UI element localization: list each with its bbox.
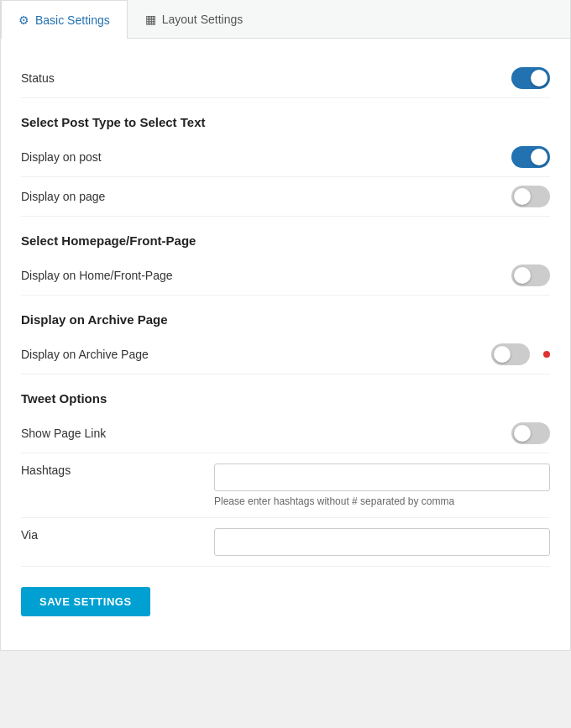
settings-panel: ⚙ Basic Settings ▦ Layout Settings Statu… [0, 0, 571, 651]
hashtags-input-group: Please enter hashtags without # separate… [214, 464, 550, 507]
tab-basic-settings[interactable]: ⚙ Basic Settings [1, 0, 128, 39]
show-page-link-label: Show Page Link [21, 427, 106, 440]
layout-icon: ▦ [145, 13, 156, 26]
status-toggle[interactable] [511, 67, 550, 89]
hashtags-label: Hashtags [21, 464, 71, 477]
show-page-link-toggle[interactable] [511, 422, 550, 444]
archive-section-title: Display on Archive Page [21, 312, 550, 327]
status-row: Status [21, 59, 550, 98]
post-type-section-title: Select Post Type to Select Text [21, 115, 550, 129]
via-input[interactable] [214, 528, 550, 556]
display-on-archive-label: Display on Archive Page [21, 348, 149, 361]
display-on-post-label: Display on post [21, 150, 102, 164]
display-on-archive-toggle[interactable] [491, 343, 530, 365]
display-on-archive-toggle-track[interactable] [491, 343, 530, 365]
display-on-page-label: Display on page [21, 190, 105, 203]
display-on-archive-row: Display on Archive Page [21, 335, 550, 374]
display-on-home-toggle[interactable] [511, 264, 550, 286]
via-input-group [214, 528, 550, 556]
tab-layout-settings-label: Layout Settings [162, 13, 244, 26]
tab-bar: ⚙ Basic Settings ▦ Layout Settings [1, 0, 570, 39]
settings-content: Status Select Post Type to Select Text D… [1, 39, 570, 650]
display-on-home-label: Display on Home/Front-Page [21, 269, 173, 282]
display-on-post-toggle-track[interactable] [511, 146, 550, 168]
save-settings-button[interactable]: SAVE SETTINGS [21, 587, 150, 616]
hashtags-row: Hashtags Please enter hashtags without #… [21, 453, 550, 518]
homepage-section-title: Select Homepage/Front-Page [21, 233, 550, 248]
gear-icon: ⚙ [18, 13, 29, 27]
tab-basic-settings-label: Basic Settings [35, 13, 110, 27]
tab-layout-settings[interactable]: ▦ Layout Settings [128, 0, 261, 38]
display-on-home-row: Display on Home/Front-Page [21, 256, 550, 296]
archive-toggle-group [491, 343, 550, 365]
display-on-post-row: Display on post [21, 138, 550, 177]
status-label: Status [21, 71, 55, 85]
display-on-page-toggle-track[interactable] [511, 186, 550, 207]
hashtags-hint: Please enter hashtags without # separate… [214, 495, 550, 507]
hashtags-input[interactable] [214, 464, 550, 491]
display-on-post-toggle[interactable] [511, 146, 550, 168]
display-on-page-row: Display on page [21, 177, 550, 217]
display-on-page-toggle[interactable] [511, 186, 550, 207]
display-on-home-toggle-track[interactable] [511, 264, 550, 286]
archive-red-dot [543, 351, 550, 358]
via-label: Via [21, 528, 38, 542]
show-page-link-row: Show Page Link [21, 414, 550, 453]
show-page-link-toggle-track[interactable] [511, 422, 550, 444]
status-toggle-track[interactable] [511, 67, 550, 89]
via-row: Via [21, 518, 550, 567]
tweet-options-section-title: Tweet Options [21, 391, 550, 406]
